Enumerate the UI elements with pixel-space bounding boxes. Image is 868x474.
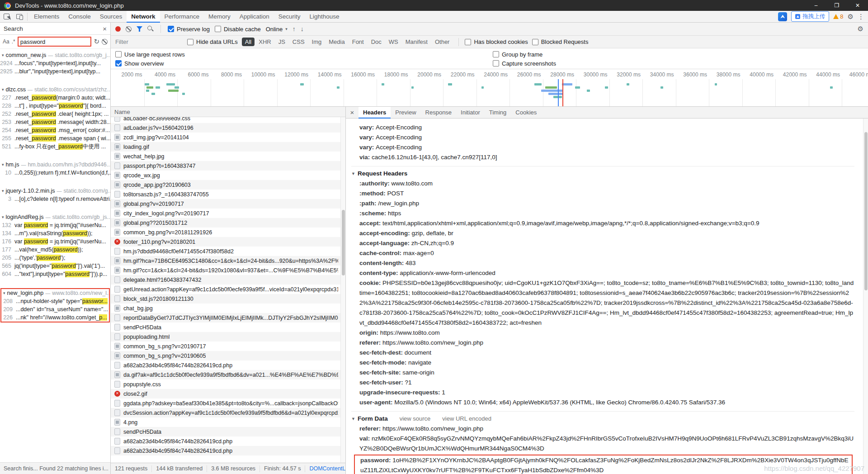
request-row[interactable]: block_std.js?201809121130 (111, 294, 345, 303)
filter-input[interactable] (115, 38, 183, 45)
filter-type-img[interactable]: Img (309, 38, 325, 46)
request-row[interactable]: hm.gif?hca=71B6CE64953C1480&cc=1&ck=1&cl… (111, 256, 345, 265)
request-list-scrollbar[interactable] (340, 117, 345, 463)
network-settings-icon[interactable]: ⚙ (858, 25, 863, 33)
devtools-tab-lighthouse[interactable]: Lighthouse (305, 11, 344, 23)
request-row[interactable]: common_bg_s.png?v=20190717 (111, 341, 345, 351)
search-result-line[interactable]: 3...[o],c?delete n[l]:typeof n.removeAtt… (0, 195, 110, 203)
search-result-line[interactable]: 177...val(hex_md5(password)); (0, 246, 110, 254)
request-row[interactable]: global.png?v=20190717 (111, 199, 345, 209)
search-result-line[interactable]: 205...('type','password'); (0, 254, 110, 262)
request-row[interactable]: hm.gif?cc=1&ck=1&cl=24-bit&ds=1920x1080&… (111, 265, 345, 275)
devtools-tab-sources[interactable]: Sources (95, 11, 127, 23)
filter-type-xhr[interactable]: XHR (255, 38, 274, 46)
detail-tab-initiator[interactable]: Initiator (456, 107, 485, 118)
request-row[interactable]: sendPcH5Data (111, 427, 345, 436)
capture-screenshots-checkbox[interactable]: Capture screenshots (493, 60, 863, 67)
settings-button[interactable]: ⚙ (848, 13, 854, 20)
request-row[interactable]: 4.png (111, 417, 345, 427)
request-row[interactable]: city_index_logol.png?v=20190717 (111, 209, 345, 218)
more-menu-button[interactable]: ⋮ (858, 13, 864, 20)
devtools-tab-elements[interactable]: Elements (29, 11, 64, 23)
search-file-header[interactable]: ▾loginAndReg.js—static.to8to.com/gb_js..… (0, 213, 110, 221)
devtools-tab-memory[interactable]: Memory (204, 11, 235, 23)
maximize-button[interactable]: ❐ (826, 0, 847, 11)
detail-scrollbar[interactable] (863, 118, 868, 474)
search-result-line[interactable]: 254.reset_password .msg_error{ color:#..… (0, 126, 110, 134)
request-row[interactable]: passport.php?t=1604383747 (111, 161, 345, 171)
request-row[interactable]: common_bg.png?v=201811291926 (111, 228, 345, 237)
search-result-line[interactable]: 209...dden" id="rsa_userNum" name="... (1, 305, 109, 313)
search-result-line[interactable]: 2925...blur","input[type=text],input[typ… (0, 67, 110, 76)
request-row[interactable]: da.gif?ak=af9c1c1dc5b0f0ecfe939a9f5fbdfb… (111, 370, 345, 379)
warning-badge[interactable]: 8 (833, 13, 843, 20)
scrollbar-thumb[interactable] (864, 132, 868, 290)
has-blocked-cookies-checkbox[interactable]: Has blocked cookies (465, 38, 528, 45)
search-result-line[interactable]: 208...nput-holder-style" type="passwor..… (1, 297, 109, 305)
search-result-line[interactable]: 227.reset_password{margin:0 auto; widt..… (0, 94, 110, 102)
devtools-tab-console[interactable]: Console (64, 11, 95, 23)
search-file-header[interactable]: ▾jquery-1.10.2.min.js—static.to8to.com/g… (0, 187, 110, 195)
filter-type-all[interactable]: All (242, 38, 255, 46)
search-file-header[interactable]: ▾common_new.js—static.to8to.com/gb_j... (0, 51, 110, 59)
search-result-line[interactable]: 226...nk" href="//www.to8to.com/get_p... (1, 313, 109, 322)
search-result-line[interactable]: 228...t"] , input[type="password"]{ bord… (0, 102, 110, 110)
filter-type-ws[interactable]: WS (386, 38, 401, 46)
search-result-line[interactable]: 252.reset_password .clear{ height:1px; .… (0, 110, 110, 118)
request-row[interactable]: a682ab23d4b4c95f84c744b2826419cd.php (111, 360, 345, 370)
request-row[interactable]: hm.js?dbdd94468cf0ef471455c47f380f58d2 (111, 246, 345, 256)
match-case-toggle[interactable]: Aa (3, 38, 9, 45)
request-row[interactable]: ggdata.php?adskey=ba5eaf330b41e385&pt=to… (111, 398, 345, 408)
form-data-view-link[interactable]: view source (400, 414, 431, 424)
devtools-tab-performance[interactable]: Performance (160, 11, 204, 23)
request-row[interactable]: adLoader.js?v=1560420196 (111, 123, 345, 133)
request-row[interactable]: to8torsaszb.js?_=1604383747055 (111, 190, 345, 199)
show-overview-checkbox[interactable]: Show overview (115, 60, 493, 67)
extension-icon[interactable] (778, 12, 787, 21)
export-har-icon[interactable]: ↓ (301, 25, 304, 33)
filter-type-manifest[interactable]: Manifest (402, 38, 431, 46)
request-headers-section-title[interactable]: ▼Request Headers (351, 169, 854, 179)
search-result-line[interactable]: 604..."text"],input[type="password"]')).… (0, 270, 110, 278)
request-row[interactable]: qrcode_app.jpg?20190603 (111, 180, 345, 190)
clear-network-log-icon[interactable] (126, 26, 132, 32)
close-search-icon[interactable]: × (103, 25, 107, 33)
filter-icon[interactable] (137, 26, 142, 32)
detail-tab-preview[interactable]: Preview (391, 107, 420, 118)
request-row[interactable]: sendPcH5Data (111, 322, 345, 332)
request-row[interactable]: a682ab23d4b4c95f84c744b2826419cd.php (111, 446, 345, 455)
devtools-tab-security[interactable]: Security (274, 11, 305, 23)
group-by-frame-checkbox[interactable]: Group by frame (493, 51, 863, 58)
throttling-dropdown[interactable]: Online ▾ (266, 26, 288, 33)
request-row[interactable]: close2.gif (111, 389, 345, 398)
form-data-section-title[interactable]: ▼Form Dataview sourceview URL encoded (351, 414, 854, 424)
request-row[interactable]: wechat_help.jpg (111, 152, 345, 161)
request-row[interactable]: footer_110.png?v=20180201 (111, 237, 345, 246)
request-row[interactable]: adLoader-bc38998ed9.css (111, 117, 345, 123)
import-har-icon[interactable]: ↑ (292, 25, 296, 33)
request-list-header[interactable]: Name (111, 107, 345, 117)
close-detail-icon[interactable]: × (346, 109, 359, 116)
request-row[interactable]: reportDataByGet?JTdCJTIyc3YIMjIIM0EIMjIx… (111, 313, 345, 322)
search-result-line[interactable]: 565jq('input[type="password"]').val('1')… (0, 262, 110, 270)
search-file-header[interactable]: ▾dlzc.css—static.to8to.com/css/start/zhz… (0, 85, 110, 94)
minimize-button[interactable]: – (806, 0, 826, 11)
detail-tab-response[interactable]: Response (421, 107, 457, 118)
request-row[interactable]: popupstyle.css (111, 379, 345, 389)
request-row[interactable]: popuploading.html (111, 332, 345, 341)
scrollbar-thumb[interactable] (342, 210, 345, 275)
disable-cache-checkbox[interactable]: Disable cache (215, 26, 261, 33)
request-row[interactable]: a682ab23d4b4c95f84c744b2826419cd.php (111, 436, 345, 446)
hide-data-urls-checkbox[interactable]: Hide data URLs (187, 38, 238, 45)
request-row[interactable]: zcdl_img.jpg?v=20141104 (111, 133, 345, 142)
detail-tab-timing[interactable]: Timing (485, 107, 511, 118)
detail-tab-headers[interactable]: Headers (359, 107, 391, 118)
search-result-line[interactable]: 132var password = jq.trim(jq("#userNu... (0, 221, 110, 229)
refresh-search-icon[interactable]: ↻ (94, 38, 99, 46)
search-result-line[interactable]: 521...fy-box 只在get_password中使用 ... (0, 142, 110, 151)
preserve-log-checkbox[interactable]: Preserve log (168, 26, 210, 33)
search-input[interactable] (18, 37, 92, 47)
request-row[interactable]: getUnread.action?appKey=af9c1c1dc5b0f0ec… (111, 284, 345, 294)
search-result-line[interactable]: 176var password = jq.trim(jq("#userNu... (0, 237, 110, 246)
drag-upload-button[interactable]: 拖拽上传 (791, 11, 829, 22)
